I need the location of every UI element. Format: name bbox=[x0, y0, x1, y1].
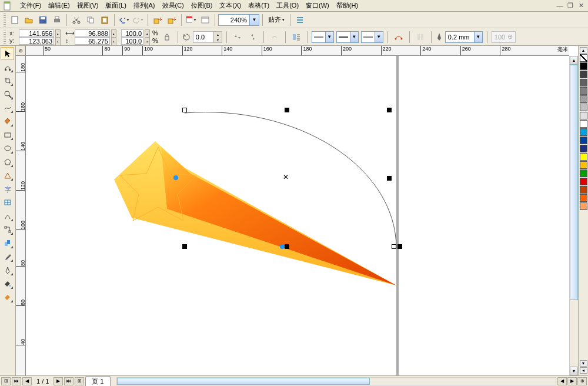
first-page-button[interactable]: ⊞ bbox=[1, 377, 11, 385]
connector-tool[interactable] bbox=[1, 223, 14, 236]
open-button[interactable] bbox=[22, 14, 35, 26]
color-swatch[interactable] bbox=[580, 87, 587, 95]
close-curve-button[interactable] bbox=[392, 31, 405, 44]
mirror-vertical-button[interactable] bbox=[246, 31, 259, 44]
drawing-workspace[interactable]: ⊕ 508090100120140160180200220240260280毫米… bbox=[16, 46, 578, 375]
horizontal-scrollbar[interactable] bbox=[116, 377, 556, 385]
export-button[interactable] bbox=[165, 14, 178, 26]
app-launcher[interactable]: ▼ bbox=[185, 14, 198, 26]
outline-width-value[interactable]: 0.2 mm bbox=[446, 34, 474, 41]
palette-flyout-button[interactable]: ◂ bbox=[580, 367, 587, 374]
color-swatch[interactable] bbox=[580, 169, 587, 177]
color-swatch[interactable] bbox=[580, 202, 587, 210]
polygon-tool[interactable] bbox=[1, 155, 14, 168]
menu-arrange[interactable]: 排列(A) bbox=[130, 0, 159, 11]
start-arrowhead[interactable]: ▼ bbox=[312, 31, 334, 43]
menu-help[interactable]: 帮助(H) bbox=[333, 0, 362, 11]
horizontal-ruler[interactable]: 508090100120140160180200220240260280毫米 bbox=[26, 46, 569, 56]
menu-effects[interactable]: 效果(C) bbox=[159, 0, 188, 11]
selection-handle-tm[interactable] bbox=[285, 108, 289, 112]
convert-button[interactable] bbox=[414, 31, 427, 44]
selection-handle-br2[interactable] bbox=[397, 244, 402, 249]
menu-text[interactable]: 文本(X) bbox=[216, 0, 245, 11]
copy-button[interactable] bbox=[84, 14, 97, 26]
print-button[interactable] bbox=[51, 14, 64, 26]
add-page-button[interactable]: ⊞ bbox=[75, 377, 84, 385]
mirror-horizontal-button[interactable] bbox=[231, 31, 244, 44]
paste-button[interactable] bbox=[98, 14, 111, 26]
node-start[interactable] bbox=[173, 175, 178, 180]
dimension-tool[interactable] bbox=[1, 209, 14, 222]
curve-path[interactable] bbox=[179, 107, 414, 260]
h-spinner[interactable]: ▴▾ bbox=[111, 37, 116, 45]
scroll-thumb-h[interactable] bbox=[117, 378, 370, 385]
eyedropper-tool[interactable] bbox=[1, 250, 14, 263]
palette-down-button[interactable]: ▾ bbox=[580, 360, 587, 367]
scroll-left-button[interactable]: ◀ bbox=[557, 377, 567, 385]
x-spinner[interactable]: ▴▾ bbox=[55, 29, 61, 37]
selection-handle-tr[interactable] bbox=[387, 108, 392, 112]
smart-fill-tool[interactable] bbox=[1, 115, 14, 128]
wrap-text-button[interactable] bbox=[290, 31, 303, 44]
x-value[interactable]: 141.656 mm bbox=[19, 29, 54, 37]
selection-handle-bm[interactable] bbox=[285, 244, 289, 249]
redo-button[interactable]: ▼ bbox=[132, 14, 145, 26]
zoom-dropdown[interactable]: ▼ bbox=[249, 15, 259, 25]
color-swatch[interactable] bbox=[580, 128, 587, 136]
color-swatch[interactable] bbox=[580, 145, 587, 152]
undo-button[interactable]: ▼ bbox=[118, 14, 131, 26]
menu-file[interactable]: 文件(F) bbox=[16, 0, 45, 11]
scroll-right-button[interactable]: ▶ bbox=[567, 377, 577, 385]
ellipse-tool[interactable] bbox=[1, 142, 14, 155]
angle-value[interactable]: 0.0 bbox=[193, 34, 213, 41]
fill-tool[interactable] bbox=[1, 277, 14, 290]
color-swatch[interactable] bbox=[580, 62, 587, 70]
next-button[interactable]: ▶ bbox=[54, 377, 63, 385]
scroll-up-button[interactable]: ▲ bbox=[570, 56, 578, 65]
toolbar-grip[interactable] bbox=[4, 14, 6, 26]
color-swatch[interactable] bbox=[580, 186, 587, 194]
save-button[interactable] bbox=[36, 14, 49, 26]
color-swatch[interactable] bbox=[580, 161, 587, 169]
sy-spinner[interactable]: ▴▾ bbox=[145, 37, 150, 45]
menu-edit[interactable]: 编辑(E) bbox=[45, 0, 74, 11]
restore-button[interactable]: ❐ bbox=[566, 2, 575, 10]
welcome-button[interactable] bbox=[199, 14, 212, 26]
menu-bitmaps[interactable]: 位图(B) bbox=[188, 0, 216, 11]
outline-tool[interactable] bbox=[1, 264, 14, 277]
snap-to[interactable]: 贴齐 ▾ bbox=[266, 15, 287, 24]
last-page-button[interactable]: ⏭ bbox=[64, 377, 74, 385]
menu-window[interactable]: 窗口(W) bbox=[302, 0, 333, 11]
pick-tool[interactable] bbox=[1, 47, 14, 60]
color-swatch[interactable] bbox=[580, 194, 587, 202]
color-swatch[interactable] bbox=[580, 153, 587, 161]
import-button[interactable] bbox=[151, 14, 164, 26]
table-tool[interactable] bbox=[1, 196, 14, 209]
shape-tool[interactable] bbox=[1, 61, 14, 74]
node-end[interactable] bbox=[280, 244, 285, 249]
scale-x-value[interactable]: 100.0 bbox=[121, 29, 143, 37]
color-swatch[interactable] bbox=[580, 137, 587, 144]
no-color-swatch[interactable] bbox=[580, 54, 587, 62]
zoom-tool[interactable] bbox=[1, 88, 14, 101]
ruler-origin[interactable]: ⊕ bbox=[16, 46, 26, 56]
line-style-select[interactable]: ▼ bbox=[336, 31, 359, 43]
rectangle-tool[interactable] bbox=[1, 128, 14, 141]
color-swatch[interactable] bbox=[580, 104, 587, 111]
selection-handle-bl[interactable] bbox=[182, 244, 187, 249]
y-value[interactable]: 123.063 mm bbox=[19, 37, 54, 45]
toolbar-grip[interactable] bbox=[4, 31, 6, 44]
prev-page-button[interactable]: ⏮ bbox=[12, 377, 21, 385]
color-swatch[interactable] bbox=[580, 71, 587, 78]
sx-spinner[interactable]: ▴▾ bbox=[145, 29, 150, 37]
menu-tools[interactable]: 工具(O) bbox=[273, 0, 302, 11]
text-tool[interactable]: 字 bbox=[1, 182, 14, 195]
y-spinner[interactable]: ▴▾ bbox=[55, 37, 61, 45]
crop-tool[interactable] bbox=[1, 74, 14, 87]
menu-view[interactable]: 视图(V) bbox=[74, 0, 102, 11]
canvas[interactable]: ✕ bbox=[26, 56, 569, 375]
options-button[interactable] bbox=[293, 14, 306, 26]
menu-table[interactable]: 表格(T) bbox=[245, 0, 273, 11]
color-swatch[interactable] bbox=[580, 178, 587, 185]
w-spinner[interactable]: ▴▾ bbox=[111, 29, 116, 37]
